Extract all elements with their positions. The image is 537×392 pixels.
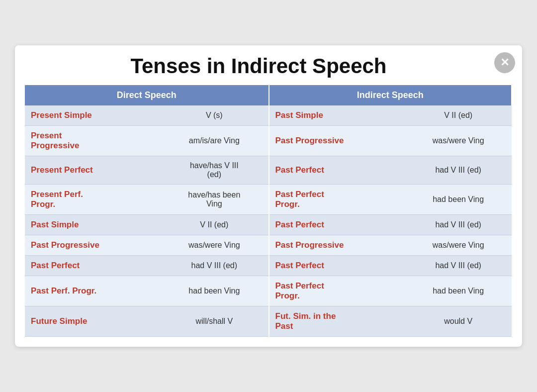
- direct-tense-form: V (s): [160, 105, 268, 126]
- table-row: Past Perf. Progr.had been VingPast Perfe…: [25, 276, 512, 306]
- close-button[interactable]: ✕: [494, 52, 515, 73]
- direct-tense-name: Past Perf. Progr.: [25, 276, 160, 306]
- direct-tense-form: have/has V III (ed): [160, 156, 268, 185]
- indirect-tense-name: Past Progressive: [269, 235, 405, 256]
- table-row: Present SimpleV (s)Past SimpleV II (ed): [25, 105, 512, 126]
- direct-tense-name: Present Perf. Progr.: [25, 185, 160, 215]
- header-indirect: Indirect Speech: [269, 85, 512, 105]
- indirect-tense-form: V II (ed): [405, 105, 512, 126]
- table-row: Past SimpleV II (ed)Past Perfecthad V II…: [25, 215, 512, 235]
- page-title: Tenses in Indirect Speech: [25, 54, 512, 78]
- indirect-tense-name: Past Perfect: [269, 256, 405, 276]
- direct-tense-form: have/has been Ving: [160, 185, 268, 215]
- indirect-tense-form: had V III (ed): [405, 156, 512, 185]
- direct-tense-name: Past Perfect: [25, 256, 160, 276]
- indirect-tense-name: Past Perfect: [269, 156, 405, 185]
- indirect-tense-form: had V III (ed): [405, 215, 512, 235]
- indirect-tense-name: Past Perfect Progr.: [269, 276, 405, 306]
- direct-tense-name: Future Simple: [25, 306, 160, 337]
- direct-tense-form: had V III (ed): [160, 256, 268, 276]
- indirect-tense-name: Past Progressive: [269, 126, 405, 156]
- indirect-tense-form: was/were Ving: [405, 235, 512, 256]
- table-row: Present Progressiveam/is/are VingPast Pr…: [25, 126, 512, 156]
- table-row: Present Perfecthave/has V III (ed)Past P…: [25, 156, 512, 185]
- indirect-tense-form: had been Ving: [405, 276, 512, 306]
- indirect-tense-form: was/were Ving: [405, 126, 512, 156]
- table-row: Future Simplewill/shall VFut. Sim. in th…: [25, 306, 512, 337]
- indirect-tense-name: Past Perfect Progr.: [269, 185, 405, 215]
- indirect-tense-name: Fut. Sim. in the Past: [269, 306, 405, 337]
- table-row: Present Perf. Progr.have/has been VingPa…: [25, 185, 512, 215]
- direct-tense-name: Present Simple: [25, 105, 160, 126]
- direct-tense-form: V II (ed): [160, 215, 268, 235]
- main-card: ✕ Tenses in Indirect Speech Direct Speec…: [15, 45, 522, 347]
- direct-tense-name: Past Progressive: [25, 235, 160, 256]
- direct-tense-form: had been Ving: [160, 276, 268, 306]
- direct-tense-form: am/is/are Ving: [160, 126, 268, 156]
- direct-tense-form: was/were Ving: [160, 235, 268, 256]
- direct-tense-name: Past Simple: [25, 215, 160, 235]
- indirect-tense-form: had V III (ed): [405, 256, 512, 276]
- table-row: Past Perfecthad V III (ed)Past Perfectha…: [25, 256, 512, 276]
- indirect-tense-name: Past Perfect: [269, 215, 405, 235]
- tenses-table: Direct Speech Indirect Speech Present Si…: [25, 85, 512, 337]
- direct-tense-form: will/shall V: [160, 306, 268, 337]
- table-row: Past Progressivewas/were VingPast Progre…: [25, 235, 512, 256]
- header-direct: Direct Speech: [25, 85, 269, 105]
- direct-tense-name: Present Progressive: [25, 126, 160, 156]
- indirect-tense-form: had been Ving: [405, 185, 512, 215]
- indirect-tense-name: Past Simple: [269, 105, 405, 126]
- direct-tense-name: Present Perfect: [25, 156, 160, 185]
- indirect-tense-form: would V: [405, 306, 512, 337]
